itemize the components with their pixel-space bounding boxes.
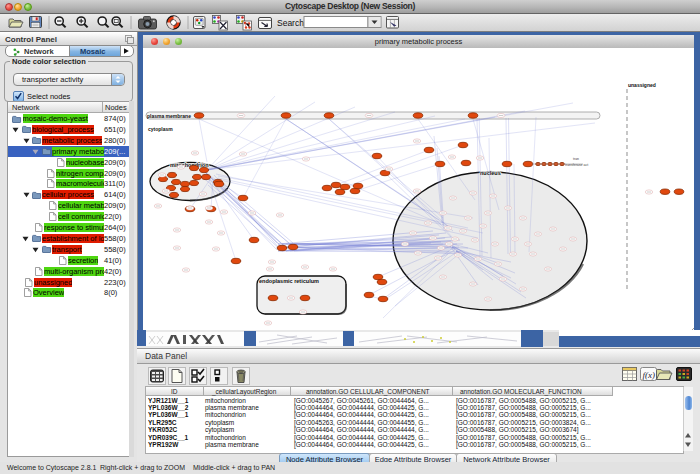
svg-text:unassigned: unassigned xyxy=(628,82,656,88)
svg-text:endoplasmic reticulum: endoplasmic reticulum xyxy=(259,278,319,284)
svg-text:tran: tran xyxy=(573,157,579,161)
svg-text:plasma membrane: plasma membrane xyxy=(147,113,191,119)
svg-text:f(x): f(x) xyxy=(643,370,656,380)
svg-text:cytoplasm: cytoplasm xyxy=(148,126,173,132)
svg-text:transferase act: transferase act xyxy=(565,163,588,167)
svg-text:nucleus: nucleus xyxy=(480,170,501,176)
svg-text:Search:: Search: xyxy=(277,18,306,28)
